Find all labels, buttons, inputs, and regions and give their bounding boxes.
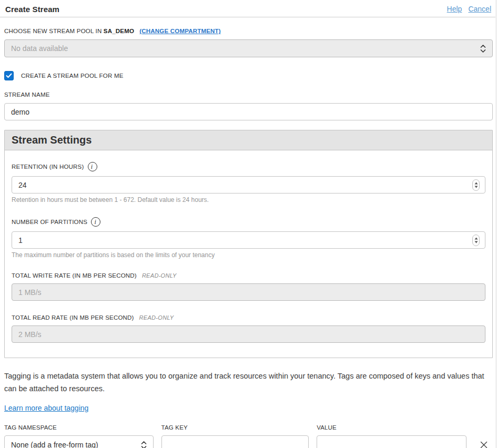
partitions-label-row: NUMBER OF PARTITIONS i <box>12 217 485 227</box>
create-pool-label: CREATE A STREAM POOL FOR ME <box>21 73 124 79</box>
write-rate-label: TOTAL WRITE RATE (IN MB PER SECOND) <box>12 272 137 279</box>
retention-helper-text: Retention in hours must be between 1 - 6… <box>12 196 485 203</box>
compartment-label: CHOOSE NEW STREAM POOL IN SA_DEMO (CHANG… <box>4 28 493 34</box>
read-rate-field: 2 MB/s <box>12 325 485 343</box>
chevron-updown-icon <box>141 440 147 448</box>
partitions-stepper[interactable] <box>472 235 480 246</box>
read-rate-readonly-flag: READ-ONLY <box>139 314 174 321</box>
header-links: Help Cancel <box>447 5 492 13</box>
read-rate-value: 2 MB/s <box>18 330 42 339</box>
retention-field <box>12 176 485 194</box>
cancel-link[interactable]: Cancel <box>468 5 491 13</box>
partitions-helper-text: The maximum number of partitions is base… <box>12 251 485 259</box>
tag-key-input[interactable] <box>168 436 302 448</box>
write-rate-field: 1 MB/s <box>12 283 485 301</box>
help-link[interactable]: Help <box>447 5 462 13</box>
tag-key-field <box>161 435 309 448</box>
read-rate-label: TOTAL READ RATE (IN MB PER SECOND) <box>12 314 134 321</box>
write-rate-value: 1 MB/s <box>18 288 42 297</box>
dialog-header: Create Stream Help Cancel <box>0 0 497 17</box>
partitions-field <box>12 231 485 249</box>
close-icon <box>480 441 488 448</box>
remove-tag-button[interactable] <box>475 435 493 448</box>
write-rate-label-row: TOTAL WRITE RATE (IN MB PER SECOND) READ… <box>12 272 485 279</box>
compartment-name: SA_DEMO <box>104 28 134 34</box>
stream-settings-panel: Stream Settings RETENTION (IN HOURS) i R… <box>4 130 493 358</box>
stream-pool-select-value: No data available <box>11 44 68 53</box>
retention-input[interactable] <box>18 177 479 193</box>
tag-value-input[interactable] <box>323 436 460 448</box>
create-pool-checkbox[interactable] <box>4 71 14 80</box>
stream-settings-title: Stream Settings <box>5 130 492 150</box>
tag-value-field <box>317 435 466 448</box>
stream-name-input[interactable] <box>11 104 486 120</box>
retention-info-icon[interactable]: i <box>88 162 97 171</box>
change-compartment-link[interactable]: (CHANGE COMPARTMENT) <box>139 28 221 34</box>
tag-value-label: VALUE <box>317 424 466 431</box>
stream-name-field <box>4 103 493 120</box>
stream-pool-select[interactable]: No data available <box>4 39 493 57</box>
retention-label-row: RETENTION (IN HOURS) i <box>12 162 485 171</box>
partitions-input[interactable] <box>18 232 479 248</box>
retention-stepper[interactable] <box>472 179 480 191</box>
learn-more-tagging-link[interactable]: Learn more about tagging <box>4 404 88 412</box>
create-pool-row: CREATE A STREAM POOL FOR ME <box>4 71 493 80</box>
tag-namespace-selected-value: None (add a free-form tag) <box>11 441 98 448</box>
retention-label: RETENTION (IN HOURS) <box>12 164 84 170</box>
stream-name-label: STREAM NAME <box>4 91 493 98</box>
tag-row: TAG NAMESPACE None (add a free-form tag)… <box>4 424 493 448</box>
tagging-description: Tagging is a metadata system that allows… <box>4 370 493 395</box>
read-rate-label-row: TOTAL READ RATE (IN MB PER SECOND) READ-… <box>12 314 485 321</box>
partitions-label: NUMBER OF PARTITIONS <box>12 219 87 225</box>
write-rate-readonly-flag: READ-ONLY <box>142 272 177 279</box>
chevron-updown-icon <box>480 44 486 54</box>
compartment-label-prefix: CHOOSE NEW STREAM POOL IN <box>4 28 102 34</box>
tag-namespace-label: TAG NAMESPACE <box>4 424 154 431</box>
stream-settings-body: RETENTION (IN HOURS) i Retention in hour… <box>5 150 492 358</box>
tag-namespace-select[interactable]: None (add a free-form tag) <box>4 435 154 448</box>
page-title: Create Stream <box>5 5 59 14</box>
checkmark-icon <box>6 73 12 78</box>
partitions-info-icon[interactable]: i <box>91 217 100 227</box>
tag-key-label: TAG KEY <box>161 424 309 431</box>
